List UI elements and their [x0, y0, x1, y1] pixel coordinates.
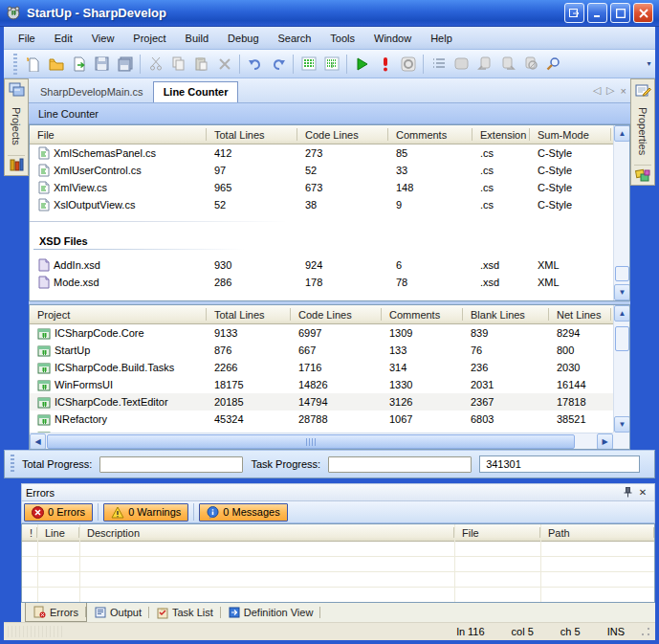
col-extension[interactable]: Extension — [472, 125, 530, 144]
progress-toolbar-grip[interactable] — [11, 455, 14, 474]
menu-window[interactable]: Window — [365, 31, 420, 46]
close-panel-icon[interactable]: ✕ — [635, 486, 650, 500]
project-table-vscrollbar[interactable]: ▲ ▼ — [613, 305, 629, 433]
col-blank-lines[interactable]: Blank Lines — [463, 305, 549, 323]
scroll-thumb[interactable] — [615, 266, 629, 281]
col-sum-mode[interactable]: Sum-Mode — [530, 125, 611, 144]
open-folder-icon[interactable] — [45, 54, 67, 75]
table-row[interactable]: StartUp 876 667 133 76 800 — [30, 342, 613, 359]
table-row[interactable]: Mode.xsd 286 178 78 .xsd XML — [30, 274, 613, 291]
menu-view[interactable]: View — [83, 31, 123, 46]
paste-icon[interactable] — [190, 54, 212, 75]
col-code-lines[interactable]: Code Lines — [291, 305, 382, 323]
close-button[interactable] — [633, 3, 653, 23]
table-row[interactable]: NRefactory 45324 28788 1067 6803 38521 — [30, 411, 613, 428]
clear-bookmarks-icon[interactable] — [519, 54, 541, 75]
file-table-vscrollbar[interactable]: ▲ ▼ — [613, 125, 629, 300]
search-icon[interactable] — [542, 54, 564, 75]
properties-side-tab[interactable]: Properties — [630, 78, 655, 186]
copy-icon[interactable] — [167, 54, 189, 75]
col-line[interactable]: Line — [37, 524, 79, 541]
maximize-button[interactable] — [610, 3, 630, 23]
table-row-selected[interactable]: ICSharpCode.TextEditor 20185 14794 3126 … — [30, 393, 613, 411]
menu-debug[interactable]: Debug — [219, 31, 267, 46]
resize-grip-icon[interactable] — [640, 626, 651, 637]
delete-icon[interactable] — [213, 54, 235, 75]
save-icon[interactable] — [91, 54, 113, 75]
menu-tools[interactable]: Tools — [321, 31, 363, 46]
col-comments[interactable]: Comments — [382, 305, 463, 323]
toolbar-grip[interactable] — [13, 54, 17, 75]
menu-search[interactable]: Search — [270, 31, 320, 46]
toolbox-pad-icon[interactable] — [634, 165, 651, 182]
messages-filter-button[interactable]: 0 Messages — [199, 503, 287, 522]
col-net-lines[interactable]: Net Lines — [549, 305, 611, 323]
table-row[interactable]: ICSharpCode.Build.Tasks 2266 1716 314 23… — [30, 359, 613, 376]
table-row[interactable]: WinFormsUI 18175 14826 1330 2031 16144 — [30, 376, 613, 393]
new-file-icon[interactable] — [22, 54, 44, 75]
next-bookmark-icon[interactable] — [496, 54, 518, 75]
table-row[interactable]: XmlSchemasPanel.cs 412 273 85 .cs C-Styl… — [30, 144, 613, 162]
uncomment-region-icon[interactable] — [320, 54, 342, 75]
tab-close-icon[interactable]: × — [621, 85, 626, 97]
open-from-project-icon[interactable] — [68, 54, 90, 75]
scroll-thumb[interactable] — [47, 434, 575, 449]
float-window-button[interactable] — [564, 3, 584, 23]
menu-help[interactable]: Help — [422, 31, 461, 46]
cut-icon[interactable] — [144, 54, 166, 75]
comment-region-icon[interactable] — [297, 54, 319, 75]
redo-icon[interactable] — [267, 54, 289, 75]
classes-pad-icon[interactable] — [8, 155, 25, 172]
menu-project[interactable]: Project — [124, 31, 174, 46]
menu-edit[interactable]: Edit — [46, 31, 81, 46]
scroll-left-icon[interactable]: ◀ — [30, 433, 46, 450]
table-row[interactable]: AddIn.xsd 930 924 6 .xsd XML — [30, 256, 613, 274]
col-severity[interactable]: ! — [22, 524, 37, 541]
prev-bookmark-icon[interactable] — [473, 54, 495, 75]
run-icon[interactable] — [351, 54, 373, 75]
col-path[interactable]: Path — [540, 524, 654, 541]
col-total-lines[interactable]: Total Lines — [207, 305, 291, 323]
table-row[interactable]: XmlUserControl.cs 97 52 33 .cs C-Style — [30, 162, 613, 179]
tab-definition-view[interactable]: Definition View — [221, 603, 321, 622]
scroll-down-icon[interactable]: ▼ — [614, 416, 630, 433]
menu-build[interactable]: Build — [177, 31, 217, 46]
tab-scroll-left-icon[interactable]: ◁ — [593, 84, 601, 97]
warnings-filter-button[interactable]: 0 Warnings — [103, 503, 188, 522]
col-total-lines[interactable]: Total Lines — [207, 125, 297, 144]
menu-file[interactable]: File — [10, 31, 44, 46]
tab-errors[interactable]: Errors — [25, 603, 87, 622]
table-row[interactable]: XmlView.cs 965 673 148 .cs C-Style — [30, 179, 613, 196]
tab-task-list[interactable]: Task List — [149, 603, 221, 622]
undo-icon[interactable] — [244, 54, 266, 75]
scroll-right-icon[interactable]: ▶ — [597, 433, 613, 450]
tab-line-counter[interactable]: Line Counter — [153, 81, 239, 102]
tab-scroll-right-icon[interactable]: ▷ — [606, 84, 614, 97]
save-all-icon[interactable] — [114, 54, 136, 75]
pin-icon[interactable] — [620, 486, 635, 500]
col-description[interactable]: Description — [79, 524, 454, 541]
tab-output[interactable]: Output — [87, 603, 149, 622]
scroll-up-icon[interactable]: ▲ — [614, 305, 630, 322]
col-file[interactable]: File — [454, 524, 540, 541]
table-row[interactable]: XslOutputView.cs 52 38 9 .cs C-Style — [30, 196, 613, 213]
tab-sharpdevelopmain[interactable]: SharpDevelopMain.cs — [31, 82, 153, 102]
errors-filter-button[interactable]: 0 Errors — [24, 503, 93, 522]
col-project[interactable]: Project — [30, 305, 207, 323]
col-file[interactable]: File — [30, 125, 207, 144]
line-counter-caption-text: Line Counter — [38, 108, 99, 120]
bookmark-list-icon[interactable] — [428, 54, 450, 75]
stop-icon[interactable] — [397, 54, 419, 75]
table-row[interactable]: ICSharpCode.Core 9133 6997 1309 839 8294 — [30, 324, 613, 342]
scroll-down-icon[interactable]: ▼ — [614, 284, 630, 300]
minimize-button[interactable] — [587, 3, 607, 23]
col-code-lines[interactable]: Code Lines — [297, 125, 388, 144]
project-table-hscrollbar[interactable]: ◀ ▶ — [30, 433, 613, 449]
projects-side-tab[interactable]: Projects — [4, 78, 29, 176]
scroll-up-icon[interactable]: ▲ — [614, 125, 630, 142]
col-comments[interactable]: Comments — [388, 125, 472, 144]
toggle-bookmark-icon[interactable] — [450, 54, 472, 75]
toolbar-overflow-button[interactable]: ▾ — [645, 54, 653, 75]
build-icon[interactable] — [374, 54, 396, 75]
scroll-thumb[interactable] — [615, 326, 629, 351]
